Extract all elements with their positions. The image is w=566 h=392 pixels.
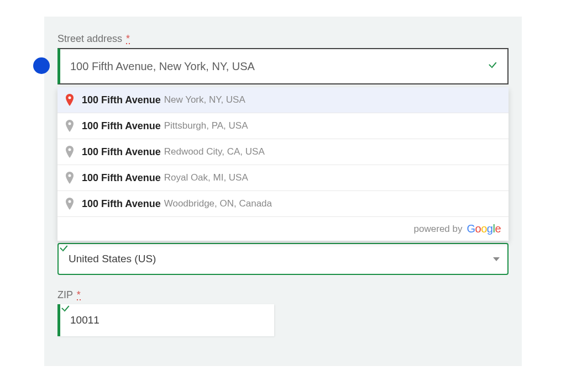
suggestion-item[interactable]: 100 Fifth Avenue Woodbridge, ON, Canada [57, 191, 509, 217]
country-selected-value: United States (US) [69, 253, 475, 265]
map-marker-icon [65, 198, 74, 210]
required-indicator: * [77, 290, 81, 300]
suggestion-secondary-text: Woodbridge, ON, Canada [164, 198, 272, 209]
map-marker-icon [65, 146, 74, 158]
suggestion-item[interactable]: 100 Fifth Avenue Pittsburgh, PA, USA [57, 113, 509, 139]
powered-by-row: powered by Google [57, 217, 509, 241]
street-address-group: Street address * 100 Fifth Avenue New Yo… [57, 33, 509, 84]
powered-by-text: powered by [414, 224, 463, 235]
zip-value: 10011 [70, 314, 253, 326]
active-step-indicator [33, 57, 50, 74]
label-text: Street address [57, 33, 122, 44]
street-address-input[interactable] [57, 48, 509, 84]
country-region-select[interactable]: United States (US) [57, 243, 509, 275]
suggestion-secondary-text: New York, NY, USA [164, 94, 245, 105]
chevron-down-icon [493, 257, 500, 261]
suggestion-main-text: 100 Fifth Avenue [82, 94, 161, 106]
map-marker-icon [65, 120, 74, 132]
address-form: Street address * 100 Fifth Avenue New Yo… [44, 17, 522, 366]
svg-point-1 [69, 123, 71, 125]
svg-point-4 [69, 200, 71, 203]
street-address-label: Street address * [57, 33, 509, 45]
autocomplete-dropdown: 100 Fifth Avenue New York, NY, USA 100 F… [57, 87, 509, 241]
suggestion-item[interactable]: 100 Fifth Avenue Royal Oak, MI, USA [57, 165, 509, 191]
check-icon [253, 315, 264, 326]
zip-input[interactable]: 10011 [57, 304, 274, 336]
required-indicator: * [126, 34, 130, 44]
suggestion-main-text: 100 Fifth Avenue [82, 120, 161, 132]
map-marker-icon [65, 94, 74, 106]
zip-group: ZIP * 10011 [57, 289, 509, 336]
svg-point-3 [69, 174, 71, 177]
map-marker-icon [65, 172, 74, 184]
suggestion-secondary-text: Pittsburgh, PA, USA [164, 120, 248, 131]
suggestion-main-text: 100 Fifth Avenue [82, 146, 161, 158]
google-logo: Google [467, 223, 501, 235]
suggestion-main-text: 100 Fifth Avenue [82, 198, 161, 210]
svg-point-2 [69, 149, 71, 151]
street-input-wrapper [57, 48, 509, 84]
check-icon [488, 61, 499, 72]
suggestion-secondary-text: Redwood City, CA, USA [164, 146, 265, 157]
svg-point-0 [69, 97, 71, 99]
suggestion-item[interactable]: 100 Fifth Avenue Redwood City, CA, USA [57, 139, 509, 165]
country-select-indicators [475, 253, 500, 264]
suggestion-main-text: 100 Fifth Avenue [82, 172, 161, 184]
suggestion-item[interactable]: 100 Fifth Avenue New York, NY, USA [57, 87, 509, 113]
zip-label: ZIP * [57, 289, 509, 301]
check-icon [475, 253, 486, 264]
suggestion-secondary-text: Royal Oak, MI, USA [164, 172, 248, 183]
label-text: ZIP [57, 289, 73, 300]
